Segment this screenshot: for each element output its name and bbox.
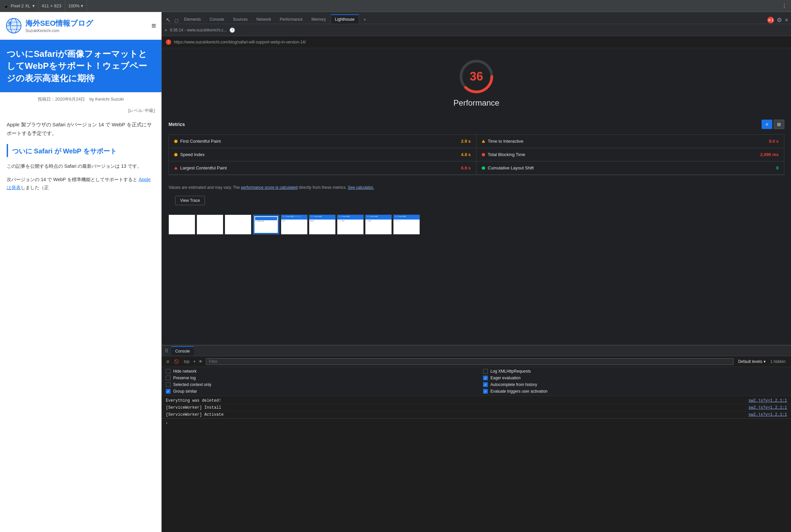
site-logo-main: 海外SEO情報ブログ [25,18,93,28]
clear-console-icon[interactable]: ⊘ [165,358,171,365]
console-log: Everything was deleted! sw2.js?v=1.2.1:1… [162,396,791,532]
settings-icon[interactable]: ⚙ [777,16,782,24]
hamburger-menu-button[interactable]: ≡ [151,21,156,31]
lighthouse-score: 36 [470,70,483,83]
tbt-indicator [482,153,485,156]
apple-link[interactable]: Apple は発表 [7,177,150,190]
post-meta: 投稿日：2020年6月24日 by Kenichi Suzuki [0,92,162,106]
selected-context-checkbox[interactable] [166,382,170,387]
website-preview: 海外SEO情報ブログ SuzukiKenichi.com ≡ ついにSafari… [0,12,162,532]
score-ring: 36 [458,58,495,95]
log-source-2[interactable]: sw2.js?v=1.2.1:1 [749,405,787,410]
metric-lcp: Largest Contentful Paint 6.9 s [169,162,476,175]
logo-globe-icon [5,17,22,34]
console-options-left: Hide network Preserve log Selected conte… [166,369,470,394]
tab-console-active[interactable]: Console [171,346,194,356]
autocomplete-checkbox[interactable]: ✓ [483,382,488,387]
option-group-similar: ✓ Group similar [166,389,470,394]
tab-sources[interactable]: Sources [229,14,252,24]
console-options-right: Log XMLHttpRequests ✓ Eager evaluation ✓… [483,369,787,394]
tab-lighthouse[interactable]: Lighthouse [331,14,359,24]
zoom-value: 100% [69,3,79,8]
url-bar-history-icon[interactable]: 🕐 [229,27,235,33]
preserve-log-checkbox[interactable] [166,376,170,380]
dimension-separator: × [50,3,53,8]
console-filter-input[interactable] [206,358,734,365]
add-tab-button[interactable]: + [165,27,167,33]
preserve-log-label: Preserve log [173,376,195,380]
eye-icon[interactable]: 👁 [197,358,204,365]
group-similar-label: Group similar [173,389,197,394]
log-xhr-checkbox[interactable] [483,369,488,374]
console-prompt-row: › [162,418,791,427]
devtools-panel: ↖ □ Elements Console Sources Network Per… [162,12,791,532]
devtools-inspect-tool[interactable]: □ [173,18,180,24]
tab-memory[interactable]: Memory [307,14,329,24]
hide-network-checkbox[interactable] [166,369,170,374]
device-selector[interactable]: 📱 Pixel 2 XL ▾ [0,0,38,12]
more-options-button[interactable]: ⋮ [778,3,791,9]
main-container: 海外SEO情報ブログ SuzukiKenichi.com ≡ ついにSafari… [0,12,791,532]
toggle-list-view[interactable]: ≡ [761,120,772,129]
view-trace-button[interactable]: View Trace [175,196,205,205]
lighthouse-content: 36 Performance Metrics ≡ ⊞ [162,48,791,345]
si-indicator [174,153,177,156]
group-similar-checkbox[interactable]: ✓ [166,389,170,394]
fcp-name: First Contentful Paint [180,139,458,144]
ban-icon[interactable]: 🚫 [173,358,180,365]
full-url-text: https://www.suzukikenichi.com/blog/safar… [174,40,306,44]
performance-label: Performance [169,98,784,108]
evaluate-triggers-checkbox[interactable]: ✓ [483,389,488,394]
tbt-name: Total Blocking Time [488,152,757,157]
metric-fcp: First Contentful Paint 2.9 s [169,135,476,148]
console-section: ⠿ Console ⊘ 🚫 top ▾ 👁 Default levels ▾ 1… [162,345,791,532]
close-devtools-icon[interactable]: × [785,17,788,24]
devtools-pointer-tool[interactable]: ↖ [164,16,173,24]
browser-url-bar: + 6:36:14 - www.suzukikenichi.c... 🕐 [162,24,791,36]
site-logo: 海外SEO情報ブログ SuzukiKenichi.com [5,17,93,34]
cls-indicator [482,166,485,170]
chevron-down-icon[interactable]: ▾ [193,360,195,363]
log-source-3[interactable]: sw2.js?v=1.2.1:1 [749,412,787,417]
autocomplete-label: Autocomplete from history [490,382,537,387]
thumbnail-6: ついにSafariが画像 Apple製... [309,214,336,234]
tti-name: Time to Interactive [488,139,766,144]
eager-eval-checkbox[interactable]: ✓ [483,376,488,380]
lcp-name: Largest Contentful Paint [180,166,458,170]
log-source-1[interactable]: sw2.js?v=1.2.1:1 [749,398,787,403]
calculator-link[interactable]: See calculator. [348,185,374,190]
default-levels-dropdown[interactable]: Default levels ▾ [735,359,768,364]
zoom-selector[interactable]: 100% ▾ [65,0,87,12]
metric-si: Speed Index 4.8 s [169,148,476,162]
metric-cls: Cumulative Layout Shift 0 [476,162,784,175]
prompt-arrow-icon: › [166,420,168,425]
chevron-down-icon: ▾ [33,3,35,8]
post-body-2: 次バージョンの 14 で WebP を標準機能としてサポートすると Apple … [0,173,162,194]
tab-network[interactable]: Network [252,14,275,24]
thumbnail-2 [196,214,223,234]
console-drag-icon[interactable]: ⠿ [162,346,171,356]
option-preserve-log: Preserve log [166,376,470,380]
url-display-row: ! https://www.suzukikenichi.com/blog/saf… [162,36,791,48]
option-selected-context: Selected context only [166,382,470,387]
log-entry-3: [ServiceWorker] Activate sw2.js?v=1.2.1:… [162,411,791,418]
si-value: 4.8 s [461,152,471,157]
thumbnail-9: ついにSafariが画像 次バージョン... [393,214,420,234]
si-name: Speed Index [180,152,458,157]
tab-console[interactable]: Console [206,14,228,24]
toggle-grid-view[interactable]: ⊞ [774,120,784,129]
tab-more[interactable]: » [360,14,370,24]
metric-tbt: Total Blocking Time 2,090 ms [476,148,784,162]
metrics-section: Metrics ≡ ⊞ First Contentful Paint 2.9 s [162,120,791,180]
option-autocomplete: ✓ Autocomplete from history [483,382,787,387]
devtools-tabs-bar: ↖ □ Elements Console Sources Network Per… [162,12,791,24]
metrics-note: Values are estimated and may vary. The p… [162,180,791,194]
perf-score-link[interactable]: performance score is calculated [241,185,298,190]
tab-performance[interactable]: Performance [276,14,307,24]
device-name: Pixel 2 XL [11,3,31,8]
post-excerpt: Apple 製ブラウザの Safari がバージョン 14 で WebP を正式… [0,116,162,141]
browser-toolbar: 📱 Pixel 2 XL ▾ 411 × 823 100% ▾ ⋮ [0,0,791,12]
tab-elements[interactable]: Elements [180,14,205,24]
post-level: [レベル: 中級] [0,106,162,116]
cls-value: 0 [776,166,779,170]
